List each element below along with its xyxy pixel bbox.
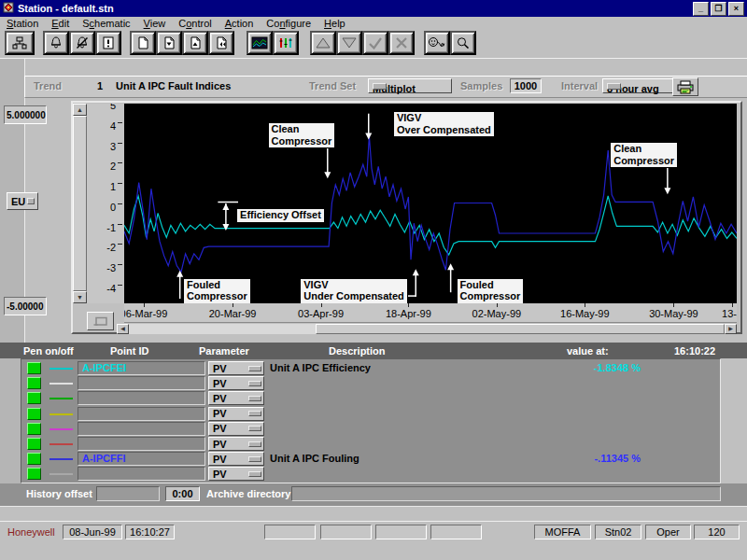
page-down-button[interactable] (156, 31, 182, 55)
parameter-combo[interactable]: PV (208, 391, 264, 405)
samples-field[interactable]: 1000 (510, 78, 542, 93)
menu-station[interactable]: Station (0, 18, 45, 29)
pen-toggle-button[interactable] (27, 377, 41, 389)
pen-toggle-button[interactable] (27, 468, 41, 480)
parameter-combo[interactable]: PV (208, 467, 264, 481)
page-blank-button[interactable] (130, 31, 156, 55)
restore-button[interactable]: ❐ (711, 2, 726, 16)
workspace: Trend 1 Unit A IPC Fault Indices Trend S… (0, 58, 747, 522)
scale-top-field[interactable]: 5.000000 (4, 105, 47, 124)
group-display-button[interactable] (273, 31, 299, 55)
menu-action[interactable]: Action (218, 18, 261, 29)
x-tick-mark (144, 303, 145, 307)
y-tick-mark (118, 162, 122, 163)
scroll-up-icon[interactable]: ▲ (73, 104, 87, 116)
point-id-field[interactable] (78, 422, 205, 436)
minimize-button[interactable]: _ (693, 2, 709, 16)
parameter-combo[interactable]: PV (208, 361, 264, 375)
pen-toggle-button[interactable] (27, 362, 41, 374)
scroll-right-icon[interactable]: ▶ (725, 324, 737, 334)
horizontal-scroll-thumb[interactable] (316, 324, 725, 334)
scope-button[interactable] (87, 312, 114, 330)
pen-toggle-button[interactable] (27, 423, 41, 435)
close-button[interactable]: × (728, 2, 744, 16)
alarm-silence-icon (76, 36, 89, 49)
alarm-page-button[interactable] (95, 31, 121, 55)
pen-line-swatch (49, 383, 73, 385)
vertical-scroll-thumb[interactable] (73, 116, 87, 291)
menu-view[interactable]: View (137, 18, 173, 29)
hierarchy-button[interactable] (5, 31, 35, 55)
trend-plot[interactable]: CleanCompressorVIGVOver CompensatedEffic… (124, 104, 737, 303)
parameter-combo[interactable]: PV (208, 376, 264, 390)
pen-toggle-button[interactable] (27, 438, 41, 450)
menu-control[interactable]: Control (172, 18, 218, 29)
accept-button[interactable] (362, 31, 388, 55)
trend-set-combo[interactable]: Multiplot (368, 78, 452, 93)
parameter-combo[interactable]: PV (208, 437, 264, 451)
point-id-field[interactable]: A-IPCFFI (78, 452, 205, 466)
trend-display-button[interactable] (247, 31, 273, 55)
scroll-left-icon[interactable]: ◀ (117, 324, 129, 334)
point-id-field[interactable] (78, 407, 205, 421)
print-button[interactable] (672, 77, 698, 96)
page-history-button[interactable] (208, 31, 234, 55)
horizontal-scrollbar[interactable]: ◀ ▶ (117, 324, 737, 334)
vertical-scrollbar[interactable]: ▲ ▼ (73, 104, 87, 303)
y-tick-label: -1 (106, 222, 116, 233)
connect-button[interactable] (424, 31, 450, 55)
dropdown-dash-icon (607, 83, 621, 90)
x-tick-label: 30-May-99 (649, 308, 698, 319)
y-tick-label: -4 (106, 283, 116, 294)
point-id-field[interactable] (78, 376, 205, 390)
dropdown-dash-icon (248, 366, 261, 371)
connect-icon (428, 36, 446, 49)
parameter-combo[interactable]: PV (208, 422, 264, 436)
alarm-silence-button[interactable] (69, 31, 95, 55)
value-at-time: 16:10:22 (674, 345, 715, 357)
parameter-combo[interactable]: PV (208, 452, 264, 466)
page-up-button[interactable] (182, 31, 208, 55)
menu-edit[interactable]: Edit (45, 18, 76, 29)
alarm-bell-button[interactable] (43, 31, 69, 55)
pen-row-6: PV (21, 437, 720, 452)
scroll-down-icon[interactable]: ▼ (73, 291, 87, 303)
pen-toggle-button[interactable] (27, 453, 41, 465)
history-time-field[interactable]: 0:00 (165, 486, 200, 501)
col-value-at: value at: (567, 345, 609, 357)
samples-label: Samples (460, 80, 502, 91)
page-down-icon (162, 36, 176, 49)
point-id-field[interactable] (78, 391, 205, 405)
point-id-field[interactable] (78, 467, 205, 481)
y-tick-label: 4 (110, 120, 116, 132)
history-offset-field[interactable] (96, 486, 160, 501)
col-parameter: Parameter (199, 345, 249, 357)
window-title: Station - default.stn (18, 3, 693, 14)
x-tick-mark (408, 303, 409, 307)
y-tick-mark (118, 224, 122, 225)
pen-line-swatch (49, 368, 73, 370)
find-button[interactable] (450, 31, 476, 55)
pen-toggle-button[interactable] (27, 392, 41, 404)
menu-help[interactable]: Help (317, 18, 352, 29)
raise-button[interactable] (310, 31, 336, 55)
eu-combo[interactable]: EU (7, 192, 38, 210)
col-point-id: Point ID (110, 345, 149, 357)
point-description: Unit A IPC Fouling (270, 453, 359, 464)
lower-button[interactable] (336, 31, 362, 55)
cancel-button[interactable] (388, 31, 415, 55)
server-cell: MOFFA (534, 525, 591, 539)
status-bar: Honeywell 08-Jun-9916:10:27MOFFAStn02Ope… (0, 521, 747, 544)
point-id-field[interactable] (78, 437, 205, 451)
pen-toggle-button[interactable] (27, 408, 41, 420)
scale-bottom-field[interactable]: -5.00000 (4, 297, 47, 315)
menu-schematic[interactable]: Schematic (76, 18, 136, 29)
menu-configure[interactable]: Configure (260, 18, 317, 29)
alarm-bell-icon (49, 36, 63, 49)
annotation-fouled-compressor-1: FouledCompressor (183, 278, 251, 303)
point-id-field[interactable]: A-IPCFEI (78, 361, 205, 375)
archive-directory-field[interactable] (291, 486, 721, 501)
lower-icon (341, 36, 358, 49)
parameter-combo[interactable]: PV (208, 407, 264, 421)
blank-cell-1 (264, 525, 316, 539)
